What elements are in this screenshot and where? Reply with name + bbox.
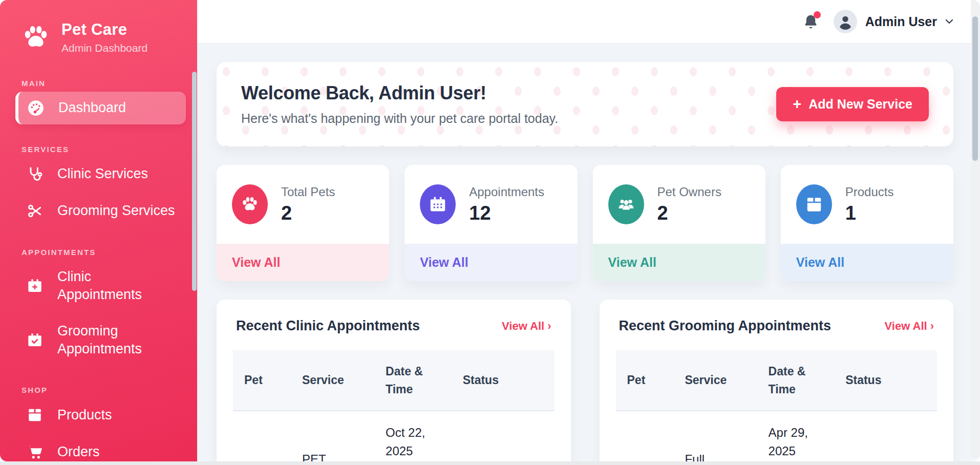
section-label-main: MAIN bbox=[22, 79, 197, 88]
sidebar-item-products[interactable]: Products bbox=[15, 398, 186, 431]
scissors-icon bbox=[26, 202, 44, 220]
calendar-plus-icon bbox=[26, 277, 44, 295]
view-all-link[interactable]: View All bbox=[593, 244, 765, 281]
welcome-subtitle: Here's what's happening with your pet ca… bbox=[241, 111, 558, 126]
window-bottom-edge bbox=[0, 461, 980, 465]
stat-card-appointments: Appointments 12 View All bbox=[404, 165, 577, 281]
paw-logo-icon bbox=[22, 23, 50, 52]
column-header-status: Status bbox=[452, 350, 555, 411]
section-label-appointments: APPOINTMENTS bbox=[22, 248, 197, 257]
recent-grooming-appointments-card: Recent Grooming Appointments View All› P… bbox=[600, 300, 954, 461]
column-header-pet: Pet bbox=[233, 350, 291, 411]
calendar-icon bbox=[420, 184, 456, 224]
grooming-appointments-table: Pet Service Date & Time Status Full Apr … bbox=[616, 350, 938, 461]
logo-text: Pet Care Admin Dashboard bbox=[61, 20, 147, 54]
sidebar-item-clinic-appointments[interactable]: Clinic Appointments bbox=[15, 261, 186, 311]
users-icon bbox=[608, 184, 644, 224]
stat-body: Products 1 bbox=[781, 165, 953, 244]
section-label-shop: SHOP bbox=[22, 386, 197, 394]
stat-value: 2 bbox=[657, 202, 721, 224]
sidebar-item-label: Clinic Appointments bbox=[57, 268, 179, 304]
add-new-service-label: Add New Service bbox=[808, 97, 912, 112]
sidebar-item-label: Products bbox=[57, 406, 112, 424]
sidebar-item-label: Clinic Services bbox=[57, 165, 148, 183]
stat-card-pet-owners: Pet Owners 2 View All bbox=[593, 165, 765, 281]
cell-service: Full bbox=[673, 411, 757, 461]
stat-card-products: Products 1 View All bbox=[781, 165, 953, 281]
user-name[interactable]: Admin User bbox=[865, 14, 937, 29]
table-row[interactable]: PET Oct 22, 2025 bbox=[233, 411, 555, 461]
section-label-services: SERVICES bbox=[22, 145, 197, 154]
table-title: Recent Clinic Appointments bbox=[236, 318, 420, 334]
stat-texts: Total Pets 2 bbox=[281, 185, 335, 224]
logo: Pet Care Admin Dashboard bbox=[0, 0, 197, 54]
chevron-down-icon[interactable] bbox=[943, 15, 955, 28]
chevron-right-icon: › bbox=[930, 320, 934, 332]
stat-body: Total Pets 2 bbox=[217, 165, 389, 244]
stat-texts: Appointments 12 bbox=[469, 185, 544, 224]
cell-datetime: Apr 29, 2025 bbox=[757, 411, 835, 461]
column-header-service: Service bbox=[291, 350, 374, 411]
table-row[interactable]: Full Apr 29, 2025 bbox=[616, 411, 938, 461]
column-header-datetime: Date & Time bbox=[374, 350, 452, 411]
window-scrollbar[interactable] bbox=[971, 0, 980, 458]
notifications-button[interactable] bbox=[802, 13, 819, 30]
stat-label: Total Pets bbox=[281, 185, 335, 199]
table-header-row: Pet Service Date & Time Status bbox=[233, 350, 555, 411]
welcome-text: Welcome Back, Admin User! Here's what's … bbox=[241, 82, 558, 126]
sidebar: Pet Care Admin Dashboard MAIN Dashboard … bbox=[0, 0, 197, 461]
view-all-link[interactable]: View All bbox=[781, 244, 953, 281]
cart-icon bbox=[26, 442, 44, 461]
column-header-pet: Pet bbox=[616, 350, 674, 411]
plus-icon: + bbox=[793, 97, 801, 112]
sidebar-item-clinic-services[interactable]: Clinic Services bbox=[15, 158, 186, 191]
window-scrollbar-thumb[interactable] bbox=[972, 16, 978, 161]
stat-value: 12 bbox=[469, 202, 544, 224]
stat-value: 1 bbox=[845, 202, 894, 224]
stat-body: Appointments 12 bbox=[404, 165, 577, 244]
sidebar-item-orders[interactable]: Orders bbox=[15, 435, 186, 461]
paw-icon bbox=[232, 184, 268, 224]
cell-datetime: Oct 22, 2025 bbox=[374, 411, 452, 461]
stat-label: Appointments bbox=[469, 185, 544, 199]
main-content: Welcome Back, Admin User! Here's what's … bbox=[197, 44, 980, 461]
view-all-link[interactable]: View All› bbox=[885, 320, 934, 333]
view-all-link[interactable]: View All bbox=[404, 244, 577, 281]
notification-badge bbox=[814, 11, 821, 18]
stat-body: Pet Owners 2 bbox=[593, 165, 765, 244]
view-all-link[interactable]: View All bbox=[217, 244, 389, 281]
cell-pet bbox=[616, 411, 674, 461]
stats-row: Total Pets 2 View All bbox=[217, 165, 953, 281]
stat-texts: Products 1 bbox=[845, 185, 894, 224]
user-icon bbox=[835, 11, 856, 32]
column-header-service: Service bbox=[673, 350, 757, 411]
view-all-label: View All bbox=[885, 320, 927, 332]
sidebar-item-label: Dashboard bbox=[58, 99, 126, 117]
sidebar-item-label: Grooming Appointments bbox=[57, 322, 179, 358]
clinic-appointments-table: Pet Service Date & Time Status PET Oct 2… bbox=[233, 350, 555, 461]
sidebar-item-dashboard[interactable]: Dashboard bbox=[15, 92, 186, 124]
avatar[interactable] bbox=[834, 10, 857, 33]
stethoscope-icon bbox=[26, 165, 44, 183]
app-title: Pet Care bbox=[61, 20, 147, 39]
cell-service: PET bbox=[291, 411, 374, 461]
recent-clinic-appointments-card: Recent Clinic Appointments View All› Pet… bbox=[217, 300, 571, 461]
box-icon bbox=[796, 184, 832, 224]
sidebar-scrollbar-thumb[interactable] bbox=[192, 72, 197, 291]
stat-texts: Pet Owners 2 bbox=[657, 185, 721, 224]
app-subtitle: Admin Dashboard bbox=[61, 42, 147, 54]
app-window: Pet Care Admin Dashboard MAIN Dashboard … bbox=[0, 0, 980, 461]
add-new-service-button[interactable]: + Add New Service bbox=[776, 87, 929, 121]
chevron-right-icon: › bbox=[547, 320, 551, 332]
sidebar-item-grooming-services[interactable]: Grooming Services bbox=[15, 195, 186, 227]
topbar: Admin User bbox=[197, 0, 980, 44]
view-all-label: View All bbox=[502, 320, 544, 332]
sidebar-item-grooming-appointments[interactable]: Grooming Appointments bbox=[15, 315, 186, 365]
stat-value: 2 bbox=[281, 202, 335, 224]
cell-status bbox=[452, 411, 555, 461]
gauge-icon bbox=[27, 99, 45, 117]
view-all-link[interactable]: View All› bbox=[502, 320, 551, 333]
stat-label: Products bbox=[845, 185, 894, 199]
table-header: Recent Clinic Appointments View All› bbox=[233, 318, 555, 334]
stat-card-total-pets: Total Pets 2 View All bbox=[217, 165, 389, 281]
